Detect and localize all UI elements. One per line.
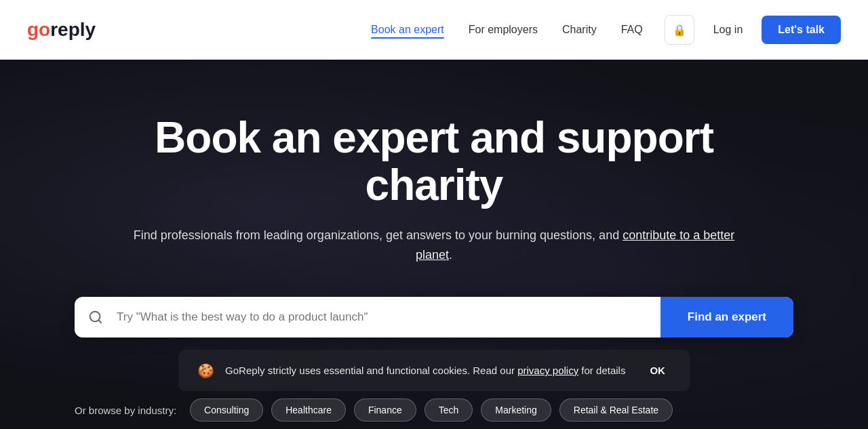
hero-subtitle-start: Find professionals from leading organiza…	[134, 228, 623, 242]
industry-tag-tech[interactable]: Tech	[425, 399, 473, 422]
cookie-privacy-link[interactable]: privacy policy	[517, 365, 578, 376]
lock-button[interactable]: 🔒	[665, 15, 694, 45]
hero-section: Book an expert and support charity Find …	[0, 60, 868, 429]
search-icon	[88, 310, 103, 325]
industry-tag-consulting[interactable]: Consulting	[190, 399, 263, 422]
industry-tag-marketing[interactable]: Marketing	[481, 399, 551, 422]
cookie-text-start: GoReply strictly uses essential and func…	[225, 365, 517, 376]
login-button[interactable]: Log in	[705, 18, 751, 41]
search-input[interactable]	[117, 297, 660, 338]
lets-talk-button[interactable]: Let's talk	[762, 16, 841, 44]
cookie-text: GoReply strictly uses essential and func…	[225, 365, 625, 376]
industry-bar: Or browse by industry: Consulting Health…	[0, 391, 868, 429]
cookie-ok-button[interactable]: OK	[644, 362, 671, 379]
industry-tag-finance[interactable]: Finance	[354, 399, 416, 422]
hero-subtitle: Find professionals from leading organiza…	[129, 226, 739, 265]
svg-line-1	[98, 321, 101, 323]
nav-charity[interactable]: Charity	[562, 24, 597, 36]
hero-title: Book an expert and support charity	[129, 114, 739, 209]
search-bar: Find an expert	[75, 297, 793, 338]
hero-content: Book an expert and support charity Find …	[129, 114, 739, 297]
industry-tag-healthcare[interactable]: Healthcare	[271, 399, 346, 422]
cookie-text-end: for details	[578, 365, 625, 376]
logo[interactable]: go reply	[27, 20, 96, 39]
nav-for-employers[interactable]: For employers	[469, 24, 538, 36]
nav-right: 🔒 Log in Let's talk	[665, 15, 841, 45]
nav-links: Book an expert For employers Charity FAQ	[371, 24, 643, 36]
nav-faq[interactable]: FAQ	[621, 24, 643, 36]
nav-book-expert[interactable]: Book an expert	[371, 24, 444, 36]
find-expert-button[interactable]: Find an expert	[660, 297, 793, 338]
industry-tag-retail[interactable]: Retail & Real Estate	[559, 399, 673, 422]
cookie-icon: 🍪	[197, 363, 214, 379]
navbar: go reply Book an expert For employers Ch…	[0, 0, 868, 60]
search-icon-wrap	[75, 310, 117, 325]
logo-go: go	[27, 20, 50, 39]
hero-subtitle-end: .	[449, 248, 452, 262]
logo-reply: reply	[50, 20, 96, 39]
industry-label: Or browse by industry:	[75, 405, 176, 416]
lock-icon: 🔒	[673, 24, 686, 37]
cookie-banner: 🍪 GoReply strictly uses essential and fu…	[178, 350, 690, 391]
